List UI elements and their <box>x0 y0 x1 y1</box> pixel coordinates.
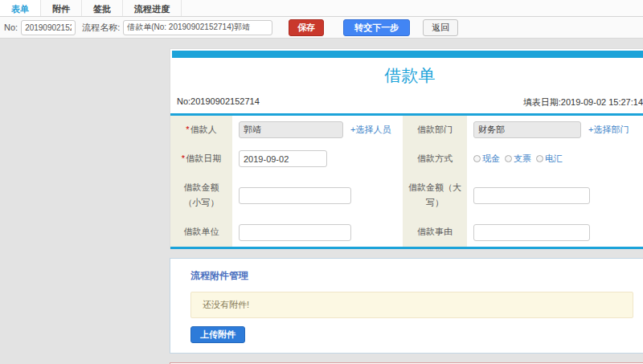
form-row-unit-reason: 借款单位 借款事由 <box>170 218 643 247</box>
loan-reason-field <box>467 218 643 247</box>
select-dept-link[interactable]: +选择部门 <box>588 125 629 134</box>
tab-form[interactable]: 表单 <box>0 0 41 16</box>
form-date-text: 填表日期:2019-09-02 15:27:14 <box>523 96 643 108</box>
dept-field: +选择部门 <box>467 116 643 145</box>
amount-lower-label: 借款金额（小写） <box>170 174 232 219</box>
loan-method-field: 现金 支票 电汇 <box>467 145 643 174</box>
dept-input[interactable] <box>473 121 581 138</box>
loan-method-radio-group: 现金 支票 电汇 <box>473 153 643 165</box>
amount-upper-label: 借款金额（大写） <box>403 174 467 219</box>
radio-wire-icon[interactable] <box>536 155 543 162</box>
form-header-bar <box>172 51 643 58</box>
loan-unit-input[interactable] <box>239 224 351 241</box>
tab-bar: 表单 附件 签批 流程进度 <box>0 0 643 17</box>
loan-method-label: 借款方式 <box>403 145 467 174</box>
form-meta-row: No:20190902152714 填表日期:2019-09-02 15:27:… <box>170 95 643 116</box>
dept-label: 借款部门 <box>403 116 467 145</box>
form-row-borrower-dept: *借款人 +选择人员 借款部门 +选择部门 <box>170 116 643 145</box>
radio-cash[interactable]: 现金 <box>473 153 500 165</box>
radio-wire[interactable]: 电汇 <box>536 153 563 165</box>
required-marker: * <box>186 125 189 134</box>
loan-unit-label: 借款单位 <box>170 218 232 247</box>
form-no-text: No:20190902152714 <box>177 96 260 108</box>
forward-next-step-button[interactable]: 转交下一步 <box>343 19 410 36</box>
amount-lower-input[interactable] <box>239 187 351 204</box>
amount-upper-input[interactable] <box>473 187 590 204</box>
loan-reason-label: 借款事由 <box>403 218 467 247</box>
no-label: No: <box>4 22 18 32</box>
content-area: 借款单 No:20190902152714 填表日期:2019-09-02 15… <box>170 48 643 364</box>
action-toolbar: No: 流程名称: 保存 转交下一步 返回 <box>0 17 643 39</box>
attachments-title: 流程附件管理 <box>190 269 643 283</box>
process-name-input[interactable] <box>123 20 272 35</box>
no-attachments-alert: 还没有附件! <box>190 292 633 318</box>
amount-upper-field <box>467 174 643 219</box>
loan-form-panel: 借款单 No:20190902152714 填表日期:2019-09-02 15… <box>170 48 643 249</box>
loan-date-input[interactable] <box>239 150 327 167</box>
process-name-label: 流程名称: <box>82 22 120 34</box>
loan-date-field <box>232 145 403 174</box>
form-title: 借款单 <box>170 58 643 95</box>
attachments-panel: 流程附件管理 还没有附件! 上传附件 <box>170 258 643 354</box>
save-button[interactable]: 保存 <box>289 19 324 36</box>
tab-progress[interactable]: 流程进度 <box>123 0 182 16</box>
amount-lower-field <box>232 174 403 219</box>
required-marker: * <box>182 153 185 163</box>
loan-date-label: *借款日期 <box>170 145 232 174</box>
borrower-field: +选择人员 <box>232 116 403 145</box>
upload-attachment-button[interactable]: 上传附件 <box>190 326 245 343</box>
form-row-amounts: 借款金额（小写） 借款金额（大写） <box>170 174 643 219</box>
tab-attachments[interactable]: 附件 <box>41 0 82 16</box>
select-person-link[interactable]: +选择人员 <box>350 125 391 134</box>
radio-cash-icon[interactable] <box>473 155 481 162</box>
borrower-label: *借款人 <box>170 116 232 145</box>
tab-sign[interactable]: 签批 <box>82 0 123 16</box>
loan-reason-input[interactable] <box>473 224 590 241</box>
radio-cheque-icon[interactable] <box>505 155 512 162</box>
form-row-date-method: *借款日期 借款方式 现金 支票 <box>170 145 643 174</box>
form-grid: *借款人 +选择人员 借款部门 +选择部门 *借款日期 <box>170 116 643 249</box>
loan-unit-field <box>232 218 403 247</box>
borrower-input[interactable] <box>239 121 343 138</box>
back-button[interactable]: 返回 <box>423 19 458 36</box>
no-input[interactable] <box>21 20 76 35</box>
radio-cheque[interactable]: 支票 <box>505 153 531 165</box>
